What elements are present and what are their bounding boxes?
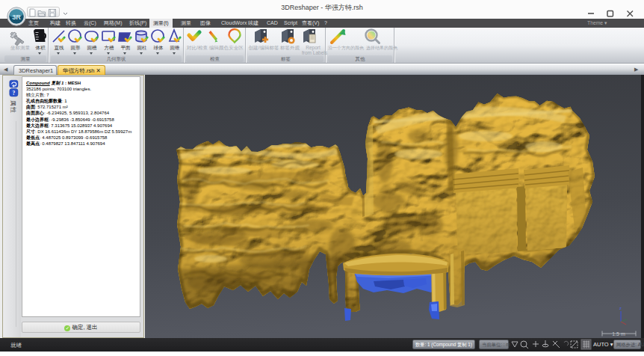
svg-text:AUTO ▾: AUTO ▾ (593, 341, 613, 348)
svg-text:1.5 m: 1.5 m (612, 331, 625, 337)
svg-text:3R: 3R (12, 13, 21, 21)
svg-text:?: ? (13, 90, 16, 96)
svg-text:z: z (619, 306, 622, 310)
